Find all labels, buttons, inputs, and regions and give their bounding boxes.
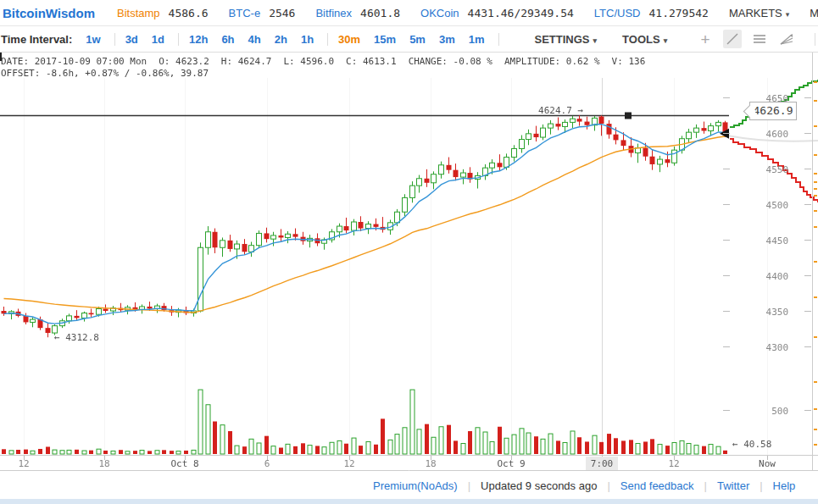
chart-area: DATE: 2017-10-09 07:00 MonO: 4623.2H: 46… [0,53,818,471]
ticker-price: 4431.46/29349.54 [468,7,574,19]
ticker-name[interactable]: OKCoin [420,7,459,19]
chevron-down-icon: ▾ [664,36,668,45]
chevron-down-icon: ▾ [593,36,598,45]
ticker-price: 4586.6 [169,7,209,19]
interval-15m[interactable]: 15m [374,33,396,46]
chevron-down-icon: ▾ [786,10,790,19]
ticker-bitstamp: Bitstamp4586.6 [117,7,209,19]
ticker-price: 2546 [269,7,295,19]
interval-12h[interactable]: 12h [189,33,208,46]
menu-mining[interactable]: MINING▾ [810,7,818,19]
footer-premium-noads-[interactable]: Premium(NoAds) [373,479,458,492]
interval-5m[interactable]: 5m [409,33,426,46]
divider [178,33,179,46]
ticker-name[interactable]: Bitfinex [315,7,352,19]
info-date: DATE: 2017-10-09 07:00 Mon [1,56,147,67]
divider: | [468,479,470,492]
divider [815,33,815,46]
divider: | [607,479,609,492]
footer-help[interactable]: Help [773,479,796,492]
ticker-price: 41.279542 [648,7,708,19]
tools-menu[interactable]: TOOLS▾ [622,33,667,46]
info-c: C: 4613.1 [346,56,397,67]
bitcoinwisdom-app: BitcoinWisdom Bitstamp4586.6BTC-e2546Bit… [0,0,818,504]
drawing-tools: + [696,30,818,48]
offset-info-line: OFFSET: -8.6h, +0.87% / -0.86%, 39.87 [1,68,209,79]
divider [114,33,115,46]
footer-send-feedback[interactable]: Send feedback [620,479,694,492]
divider: | [704,479,707,492]
bottom-strip [0,499,818,504]
info-change: CHANGE: -0.08 % [409,56,492,67]
horizontal-levels-icon[interactable] [750,30,769,48]
time-interval-label: Time Interval: [1,33,72,46]
ticker-ltc-usd: LTC/USD41.279542 [594,7,709,19]
ticker-bitfinex: Bitfinex4601.8 [315,7,400,19]
trendline-icon[interactable] [723,30,742,48]
interval-30m[interactable]: 30m [338,33,360,46]
interval-1d[interactable]: 1d [152,33,164,46]
interval-2h[interactable]: 2h [275,33,287,46]
interval-1m[interactable]: 1m [469,33,485,46]
interval-3d[interactable]: 3d [125,33,138,46]
ticker-btc-e: BTC-e2546 [229,7,296,19]
info-v: V: 136 [612,56,646,67]
info-o: O: 4623.2 [159,56,209,67]
interval-4h[interactable]: 4h [248,33,261,46]
divider [498,33,499,46]
header-menus: MARKETS▾MINING▾ [729,7,818,19]
fan-lines-icon[interactable] [777,30,796,48]
ticker-okcoin: OKCoin4431.46/29349.54 [420,7,574,19]
ohlc-info-line: DATE: 2017-10-09 07:00 MonO: 4623.2H: 46… [1,56,657,67]
interval-buttons: 1w3d1d12h6h4h2h1h30m15m5m3m1m [86,33,509,46]
footer-bar: Premium(NoAds)|Updated 9 seconds ago|Sen… [0,472,818,499]
settings-menu[interactable]: SETTINGS▾ [535,33,598,46]
info-l: L: 4596.0 [283,56,334,67]
plus-icon[interactable]: + [696,30,715,48]
interval-6h[interactable]: 6h [221,33,234,46]
ticker-name[interactable]: BTC-e [229,7,261,19]
ticker-price: 4601.8 [360,7,400,19]
info-h: H: 4624.7 [221,56,272,67]
ticker-name[interactable]: LTC/USD [594,7,641,19]
interval-3m[interactable]: 3m [439,33,455,46]
ticker-row: Bitstamp4586.6BTC-e2546Bitfinex4601.8OKC… [117,7,729,19]
price-chart-canvas[interactable] [0,53,818,471]
site-logo[interactable]: BitcoinWisdom [3,6,95,20]
toolbar: Time Interval: 1w3d1d12h6h4h2h1h30m15m5m… [0,26,818,53]
info-amplitude: AMPLITUDE: 0.62 % [504,56,600,67]
divider [327,33,328,46]
ask-price-tag: 4626.9 [749,102,797,120]
footer-updated-9-seconds-ago: Updated 9 seconds ago [481,479,597,492]
header-bar: BitcoinWisdom Bitstamp4586.6BTC-e2546Bit… [0,0,818,26]
interval-1h[interactable]: 1h [301,33,314,46]
menu-markets[interactable]: MARKETS▾ [729,7,789,19]
divider: | [760,479,762,492]
interval-1w[interactable]: 1w [86,33,100,46]
footer-twitter[interactable]: Twitter [717,479,749,492]
ticker-name[interactable]: Bitstamp [117,7,160,19]
